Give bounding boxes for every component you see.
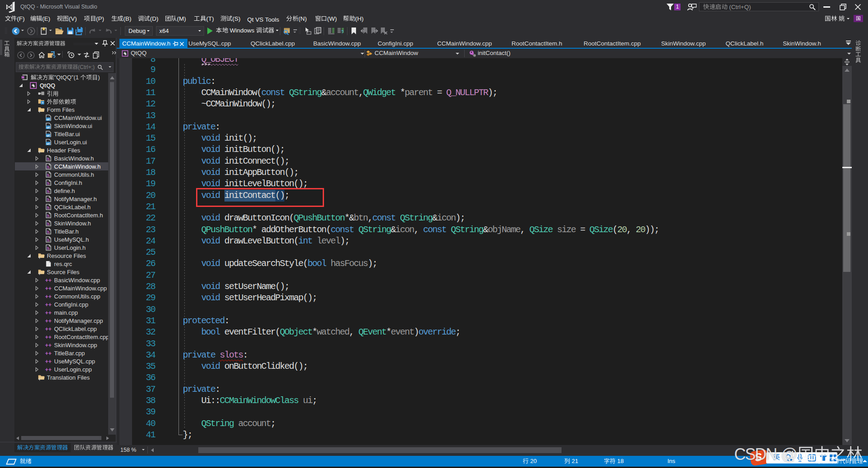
svg-text:?: ? [341, 30, 344, 34]
